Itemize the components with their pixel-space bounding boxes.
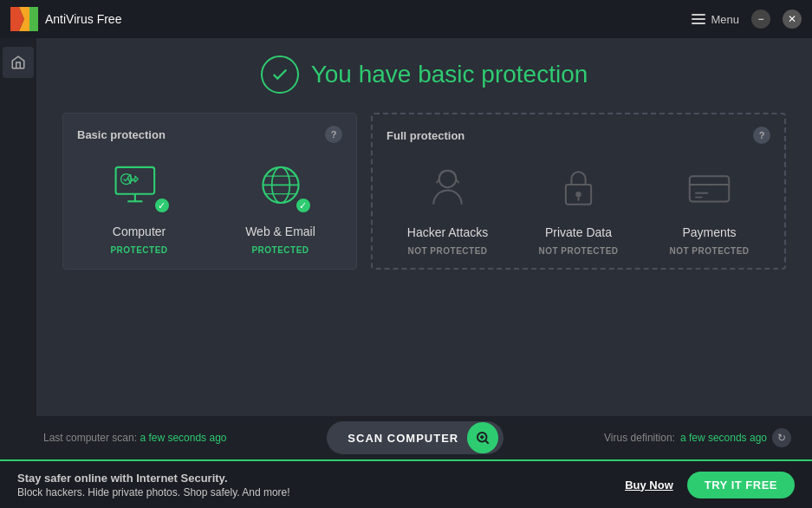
app-title: AntiVirus Free — [45, 12, 121, 26]
svg-marker-2 — [29, 7, 38, 31]
hamburger-icon — [692, 14, 705, 24]
home-icon — [10, 55, 26, 70]
last-scan-info: Last computer scan: a few seconds ago — [43, 432, 226, 444]
private-data-label: Private Data — [545, 225, 612, 239]
refresh-icon[interactable]: ↻ — [772, 428, 791, 447]
svg-point-6 — [120, 174, 131, 185]
scan-button-label: SCAN COMPUTER — [348, 432, 458, 445]
full-panel-header: Full protection ? — [387, 127, 770, 144]
virus-def-time: a few seconds ago — [680, 432, 767, 444]
basic-info-button[interactable]: ? — [325, 126, 342, 143]
web-email-label: Web & Email — [245, 225, 315, 238]
header-section: You have basic protection — [62, 55, 786, 94]
bottom-actions: Buy Now TRY IT FREE — [625, 472, 795, 498]
svg-point-16 — [575, 192, 581, 198]
promo-desc: Block hackers. Hide private photos. Shop… — [17, 486, 290, 498]
sidenav — [0, 38, 36, 459]
web-email-status: PROTECTED — [251, 245, 309, 255]
basic-panel-header: Basic protection ? — [77, 126, 342, 143]
avg-logo-icon — [10, 7, 38, 31]
buy-now-button[interactable]: Buy Now — [625, 479, 673, 492]
full-protection-items: Hacker Attacks NOT PROTECTED Private Dat… — [387, 158, 770, 256]
last-scan-label: Last computer scan: — [43, 432, 137, 444]
hacker-attacks-item[interactable]: Hacker Attacks NOT PROTECTED — [387, 158, 509, 256]
payments-icon-wrap — [675, 158, 744, 218]
promo-title: Stay safer online with Internet Security… — [17, 472, 290, 485]
scan-bar: Last computer scan: a few seconds ago SC… — [0, 416, 812, 459]
header-title: You have basic protection — [311, 61, 588, 88]
try-free-button[interactable]: TRY IT FREE — [687, 472, 795, 498]
bottom-bar: Stay safer online with Internet Security… — [0, 459, 812, 508]
private-data-icon-wrap — [544, 158, 614, 218]
payments-label: Payments — [682, 225, 736, 239]
web-email-icon-wrap: ✓ — [246, 157, 315, 218]
computer-status: PROTECTED — [110, 245, 167, 255]
computer-label: Computer — [113, 225, 166, 238]
panels-container: Basic protection ? ✓ — [62, 113, 786, 270]
payments-status: NOT PROTECTED — [669, 246, 749, 256]
main-content: You have basic protection Basic protecti… — [36, 38, 812, 416]
titlebar: AntiVirus Free Menu − ✕ — [0, 0, 812, 38]
private-data-item[interactable]: Private Data NOT PROTECTED — [517, 158, 640, 256]
scan-icon — [467, 422, 498, 453]
svg-line-23 — [486, 440, 489, 443]
hacker-icon-wrap — [413, 158, 483, 218]
private-data-status: NOT PROTECTED — [538, 246, 618, 256]
close-button[interactable]: ✕ — [783, 10, 802, 29]
menu-label: Menu — [711, 13, 739, 26]
computer-protected-badge: ✓ — [153, 197, 171, 214]
promo-text: Stay safer online with Internet Security… — [17, 472, 290, 498]
basic-protection-items: ✓ Computer PROTECTED — [77, 157, 342, 255]
hacker-attacks-label: Hacker Attacks — [407, 225, 488, 239]
check-circle-icon — [261, 55, 299, 94]
full-protection-panel: Full protection ? — [371, 113, 786, 270]
hacker-icon — [419, 162, 476, 214]
payments-icon — [681, 162, 737, 214]
virus-def-label: Virus definition: — [604, 432, 675, 444]
payments-item[interactable]: Payments NOT PROTECTED — [648, 158, 770, 256]
home-button[interactable] — [3, 47, 34, 78]
titlebar-right: Menu − ✕ — [692, 10, 802, 29]
scan-computer-button[interactable]: SCAN COMPUTER — [327, 421, 503, 454]
computer-protection-item[interactable]: ✓ Computer PROTECTED — [77, 157, 201, 255]
computer-icon-wrap: ✓ — [105, 157, 174, 218]
hacker-attacks-status: NOT PROTECTED — [407, 246, 487, 256]
web-email-protected-badge: ✓ — [295, 197, 312, 214]
basic-protection-panel: Basic protection ? ✓ — [62, 113, 357, 270]
full-info-button[interactable]: ? — [753, 127, 770, 144]
last-scan-time: a few seconds ago — [140, 432, 226, 444]
menu-button[interactable]: Menu — [692, 13, 739, 26]
full-panel-title: Full protection — [387, 129, 464, 142]
virus-def-info: Virus definition: a few seconds ago ↻ — [604, 428, 791, 447]
minimize-button[interactable]: − — [751, 10, 770, 29]
web-email-protection-item[interactable]: ✓ Web & Email PROTECTED — [218, 157, 342, 255]
private-data-icon — [550, 162, 607, 214]
titlebar-left: AntiVirus Free — [10, 7, 121, 31]
basic-panel-title: Basic protection — [77, 128, 166, 141]
